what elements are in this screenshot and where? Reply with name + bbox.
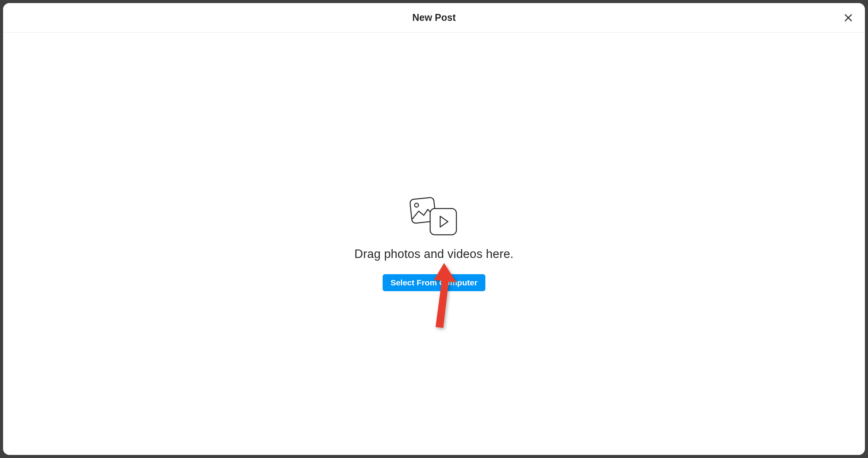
modal-body[interactable]: Drag photos and videos here. Select From… xyxy=(3,32,865,455)
new-post-modal: New Post Drag ph xyxy=(3,3,865,455)
drop-instruction-text: Drag photos and videos here. xyxy=(354,247,514,261)
svg-rect-4 xyxy=(430,209,456,235)
drop-area[interactable]: Drag photos and videos here. Select From… xyxy=(354,196,514,291)
modal-title: New Post xyxy=(412,12,456,23)
media-icon xyxy=(406,196,462,238)
select-from-computer-button[interactable]: Select From Computer xyxy=(383,274,485,291)
close-button[interactable] xyxy=(841,10,856,25)
modal-header: New Post xyxy=(3,3,865,32)
close-icon xyxy=(843,13,853,23)
